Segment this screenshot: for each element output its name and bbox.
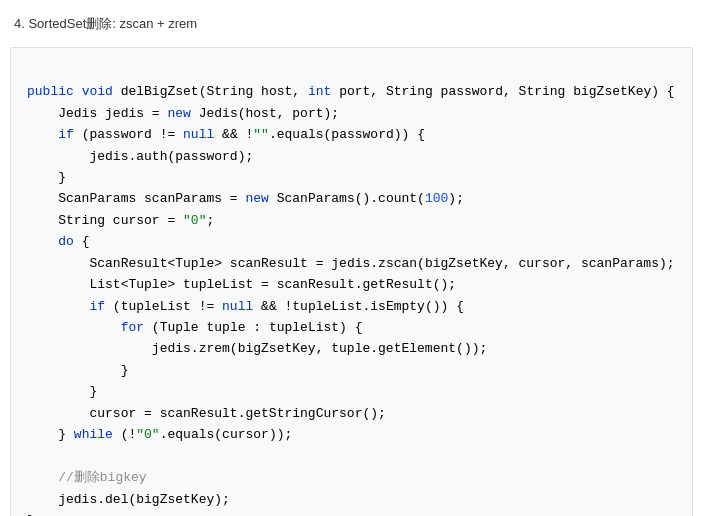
code-line-14: jedis.zrem(bigZsetKey, tuple.getElement(… — [27, 338, 676, 359]
code-line-19 — [27, 446, 676, 467]
code-line-8: String cursor = "0"; — [27, 210, 676, 231]
code-line-1 — [27, 60, 676, 81]
code-line-11: List<Tuple> tupleList = scanResult.getRe… — [27, 274, 676, 295]
code-line-15: } — [27, 360, 676, 381]
section-title: 4. SortedSet删除: zscan + zrem — [0, 8, 703, 43]
code-line-12: if (tupleList != null && !tupleList.isEm… — [27, 296, 676, 317]
code-line-6: } — [27, 167, 676, 188]
code-line-10: ScanResult<Tuple> scanResult = jedis.zsc… — [27, 253, 676, 274]
code-line-4: if (password != null && !"".equals(passw… — [27, 124, 676, 145]
code-line-2: public void delBigZset(String host, int … — [27, 81, 676, 102]
code-line-7: ScanParams scanParams = new ScanParams()… — [27, 188, 676, 209]
page-container: 4. SortedSet删除: zscan + zrem public void… — [0, 0, 703, 516]
code-line-13: for (Tuple tuple : tupleList) { — [27, 317, 676, 338]
code-line-21: jedis.del(bigZsetKey); — [27, 489, 676, 510]
code-line-22: } — [27, 510, 676, 516]
code-line-5: jedis.auth(password); — [27, 146, 676, 167]
code-line-9: do { — [27, 231, 676, 252]
code-line-3: Jedis jedis = new Jedis(host, port); — [27, 103, 676, 124]
code-line-16: } — [27, 381, 676, 402]
section-title-text: 4. SortedSet删除: zscan + zrem — [14, 16, 197, 31]
code-line-20: //删除bigkey — [27, 467, 676, 488]
code-block: public void delBigZset(String host, int … — [10, 47, 693, 516]
code-line-18: } while (!"0".equals(cursor)); — [27, 424, 676, 445]
code-line-17: cursor = scanResult.getStringCursor(); — [27, 403, 676, 424]
